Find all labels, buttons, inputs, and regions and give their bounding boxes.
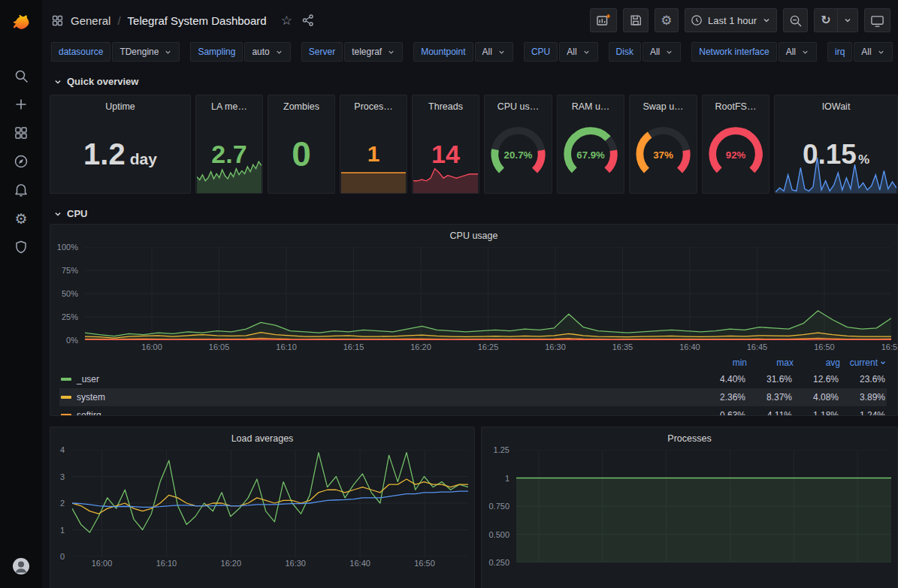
panel-title[interactable]: Zombies [268,95,334,115]
refresh-button[interactable]: ↻ [814,8,838,32]
legend-row-user: _user 4.40% 31.6% 12.6% 23.6% [59,370,887,388]
panel-title[interactable]: Proces… [340,95,407,115]
series-name[interactable]: system [77,392,699,403]
cpu-usage-plot[interactable] [85,247,891,340]
variable-sampling: Sampling auto [190,42,290,62]
variable-label: CPU [524,42,558,62]
series-max: 4.11% [745,410,792,416]
network-interface-dropdown[interactable]: All [779,42,817,62]
grafana-logo-icon[interactable] [6,9,36,38]
configuration-gear-icon[interactable]: ⚙ [6,204,36,233]
panel-title[interactable]: RAM u… [558,95,624,115]
series-swatch [61,396,71,399]
panel-title[interactable]: Processes [482,427,897,447]
star-favorite-icon[interactable]: ☆ [281,14,292,27]
svg-text:92%: 92% [726,149,746,161]
tv-icon [870,14,884,28]
series-swatch [61,378,71,381]
legend-sort-max[interactable]: max [747,357,794,368]
panel-title[interactable]: Threads [413,95,479,115]
row-title: CPU [67,208,87,219]
series-min: 2.36% [699,392,745,403]
dashboards-icon[interactable] [6,119,36,147]
row-quick-overview[interactable]: Quick overview [42,68,898,90]
breadcrumb-folder[interactable]: General [71,14,110,27]
series-name[interactable]: _user [77,374,699,384]
panel-iowait: IOWait 0.15 % [774,95,898,194]
series-current: 1.24% [839,410,885,416]
processes-chart: 1.2510.7500.5000.250 [486,450,891,562]
panel-uptime: Uptime 1.2 day [50,95,191,194]
caret-down-icon [164,48,172,56]
panel-title[interactable]: LA me… [196,95,262,115]
share-icon[interactable] [301,14,315,27]
refresh-interval-caret[interactable] [837,8,858,32]
series-max: 31.6% [745,374,792,384]
breadcrumb-separator: / [117,14,120,27]
panel-title[interactable]: Uptime [50,95,190,115]
user-avatar[interactable] [6,552,36,580]
series-avg: 1.18% [792,410,839,416]
x-axis: 16:0016:1016:2016:3016:4016:50 [72,556,468,570]
caret-down-icon [877,48,885,56]
svg-text:20.7%: 20.7% [504,149,533,161]
load-averages-plot[interactable] [72,450,468,556]
series-avg: 12.6% [792,374,839,384]
server-dropdown[interactable]: telegraf [344,42,403,62]
caret-down-icon [497,48,506,56]
panel-title[interactable]: IOWait [775,95,897,115]
variable-network-interface: Network interface All [691,42,817,62]
panel-title[interactable]: CPU usage [50,225,897,244]
panel-swap-usage-gauge: Swap u… 37% [629,95,697,194]
la-value: 2.7 [211,141,246,167]
cpu-legend: min max avg current _user 4.40% 31.6% 12… [59,355,887,416]
dashboard-title: Telegraf System Dashboard [128,14,267,27]
panel-title[interactable]: RootFS… [703,95,769,115]
disk-dropdown[interactable]: All [643,42,681,62]
server-admin-shield-icon[interactable] [6,233,36,261]
y-axis: 43210 [55,450,70,556]
grafana-logo [10,12,32,35]
time-picker-button[interactable]: Last 1 hour [685,8,777,32]
chevron-down-icon [53,77,63,87]
alerting-bell-icon[interactable] [6,176,36,204]
legend-sort-min[interactable]: min [700,357,747,368]
zoom-out-button[interactable] [783,8,808,32]
dashboard-settings-button[interactable]: ⚙ [655,8,679,32]
legend-sort-avg[interactable]: avg [794,357,840,368]
cycle-view-mode-button[interactable] [864,8,890,32]
cpu-dropdown[interactable]: All [559,42,597,62]
y-axis: 100%75%50%25%0% [55,247,83,340]
panel-title[interactable]: CPU us… [485,95,552,115]
sampling-dropdown[interactable]: auto [244,42,290,62]
row-cpu[interactable]: CPU [42,200,898,222]
variable-datasource: datasource TDengine [51,42,180,62]
variable-label: irq [827,42,852,62]
cpu-usage-chart: 100%75%50%25%0% [55,247,891,340]
swap-usage-gauge: 37% [630,115,697,193]
apps-grid-icon [51,14,64,27]
processes-plot[interactable] [516,450,891,562]
load-averages-chart: 43210 [55,450,468,556]
avatar [12,557,30,575]
panel-cpu-usage-gauge: CPU us… 20.7% [484,95,552,194]
row-title: Quick overview [67,76,138,87]
irq-dropdown[interactable]: All [854,42,892,62]
panel-load-averages: Load averages 43210 16:0016:1016:2016:30… [50,427,475,588]
panel-threads: Threads 14 [412,95,479,194]
mountpoint-dropdown[interactable]: All [475,42,513,62]
save-dashboard-button[interactable] [623,8,649,32]
series-name[interactable]: softirq [77,410,699,416]
panel-title[interactable]: Load averages [50,427,474,447]
legend-sort-current[interactable]: current [840,357,887,368]
zoom-out-icon [789,14,802,27]
panel-title[interactable]: Swap u… [630,95,697,115]
panel-zombies: Zombies 0 [268,95,335,194]
variable-label: Sampling [190,42,243,62]
add-panel-button[interactable] [590,8,617,32]
explore-compass-icon[interactable] [6,147,36,176]
legend-header-row: min max avg current [59,355,887,370]
create-add-icon[interactable] [6,90,36,119]
datasource-dropdown[interactable]: TDengine [112,42,180,62]
search-icon[interactable] [6,62,36,90]
